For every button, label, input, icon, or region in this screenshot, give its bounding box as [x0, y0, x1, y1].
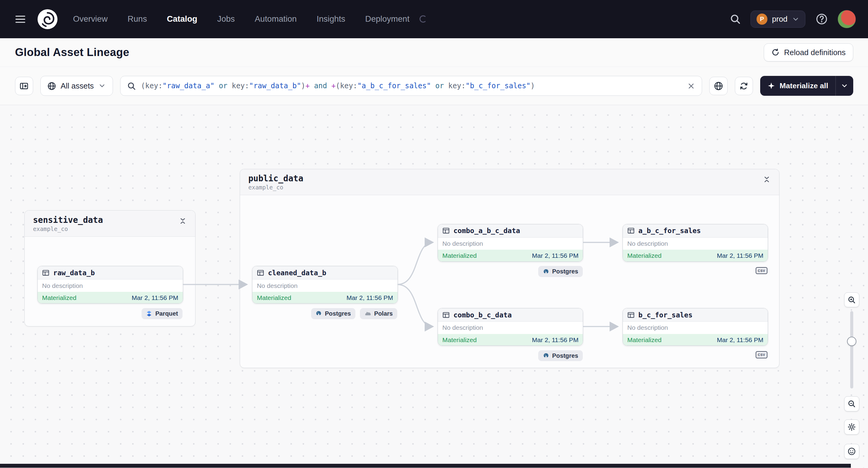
asset-name: cleaned_data_b — [268, 269, 327, 277]
materialize-options-button[interactable] — [835, 76, 853, 96]
asset-status-bar: Materialized Mar 2, 11:56 PM — [438, 334, 583, 346]
materialized-timestamp[interactable]: Mar 2, 11:56 PM — [532, 336, 579, 344]
asset-node-header: raw_data_b — [38, 266, 183, 279]
asset-name: combo_b_c_data — [454, 311, 512, 319]
user-avatar[interactable] — [838, 10, 856, 28]
asset-status-bar: Materialized Mar 2, 11:56 PM — [252, 292, 397, 304]
asset-name: raw_data_b — [53, 269, 95, 277]
panel-toggle-icon — [20, 82, 28, 90]
asset-node-b-c-for-sales[interactable]: b_c_for_sales No description Materialize… — [623, 308, 768, 346]
group-title: public_data — [248, 174, 303, 183]
asset-description: No description — [38, 279, 183, 291]
asset-group-sensitive-data[interactable]: sensitive_data example_co raw_data_b No … — [24, 210, 195, 326]
asset-name: combo_a_b_c_data — [454, 227, 520, 235]
nav-item-deployment[interactable]: Deployment — [365, 14, 409, 24]
asset-name: a_b_c_for_sales — [638, 227, 701, 235]
nav-item-catalog[interactable]: Catalog — [167, 14, 197, 24]
csv-icon[interactable]: CSV — [756, 351, 768, 358]
asset-node-cleaned-data-b[interactable]: cleaned_data_b No description Materializ… — [252, 266, 398, 304]
tag-postgres[interactable]: Postgres — [538, 350, 583, 362]
asset-node-combo-a-b-c-data[interactable]: combo_a_b_c_data No description Material… — [438, 224, 583, 262]
asset-node-header: a_b_c_for_sales — [623, 224, 768, 238]
lineage-toolbar: All assets (key:"raw_data_a" or key:"raw… — [0, 67, 868, 105]
dagster-logo[interactable] — [36, 8, 59, 30]
help-button[interactable] — [815, 13, 828, 25]
materialize-all-button[interactable]: Materialize all — [760, 76, 835, 96]
materialized-label: Materialized — [627, 336, 662, 344]
postgres-icon — [315, 310, 322, 317]
chevron-down-icon — [98, 82, 106, 90]
search-button[interactable] — [730, 13, 741, 25]
materialized-timestamp[interactable]: Mar 2, 11:56 PM — [532, 252, 579, 259]
refresh-button[interactable] — [735, 77, 753, 95]
asset-selection-query[interactable]: (key:"raw_data_a" or key:"raw_data_b")+ … — [141, 82, 682, 90]
asset-node-header: b_c_for_sales — [623, 308, 768, 322]
zoom-slider[interactable] — [844, 311, 859, 390]
clear-query-button[interactable] — [687, 82, 695, 90]
refresh-icon — [739, 82, 748, 90]
zoom-slider-knob[interactable] — [847, 337, 856, 346]
table-icon — [257, 269, 264, 277]
feedback-button[interactable] — [844, 444, 859, 459]
tag-postgres[interactable]: Postgres — [311, 308, 355, 319]
materialize-split-button: Materialize all — [760, 76, 853, 96]
tag-label: Postgres — [552, 268, 578, 275]
asset-node-header: cleaned_data_b — [252, 266, 397, 279]
postgres-icon — [543, 352, 549, 359]
nav-item-runs[interactable]: Runs — [128, 14, 147, 24]
close-icon — [687, 82, 695, 90]
graph-settings-button[interactable] — [844, 419, 859, 435]
collapse-group-button[interactable] — [761, 174, 773, 185]
page-header: Global Asset Lineage Reload definitions — [0, 38, 868, 67]
reload-icon — [771, 48, 780, 57]
asset-group-public-data[interactable]: public_data example_co cleaned_data_b No… — [240, 169, 779, 368]
nav-item-insights[interactable]: Insights — [316, 14, 345, 24]
materialized-label: Materialized — [442, 252, 477, 259]
group-title: sensitive_data — [33, 215, 103, 225]
globe-icon — [47, 82, 56, 90]
hamburger-menu-button[interactable] — [12, 12, 29, 27]
deployment-badge: P — [756, 13, 768, 25]
reload-definitions-button[interactable]: Reload definitions — [764, 43, 853, 62]
tag-polars[interactable]: Polars — [360, 308, 397, 319]
asset-scope-label: All assets — [61, 82, 94, 90]
asset-scope-dropdown[interactable]: All assets — [40, 76, 113, 96]
materialized-timestamp[interactable]: Mar 2, 11:56 PM — [132, 294, 178, 302]
materialized-label: Materialized — [257, 294, 291, 302]
tag-label: Polars — [374, 310, 393, 317]
nav-item-jobs[interactable]: Jobs — [217, 14, 235, 24]
smiley-icon — [847, 447, 856, 456]
nav-items: Overview Runs Catalog Jobs Automation In… — [73, 14, 427, 24]
asset-node-raw-data-b[interactable]: raw_data_b No description Materialized M… — [37, 266, 183, 304]
asset-description: No description — [438, 238, 583, 250]
asset-node-combo-b-c-data[interactable]: combo_b_c_data No description Materializ… — [438, 308, 583, 346]
deployment-switcher[interactable]: P prod — [750, 10, 805, 28]
page-title: Global Asset Lineage — [15, 46, 129, 59]
asset-node-a-b-c-for-sales[interactable]: a_b_c_for_sales No description Materiali… — [623, 224, 768, 262]
materialized-timestamp[interactable]: Mar 2, 11:56 PM — [717, 336, 764, 344]
nav-item-automation[interactable]: Automation — [255, 14, 297, 24]
zoom-in-button[interactable] — [844, 292, 859, 308]
zoom-slider-track[interactable] — [850, 311, 853, 388]
polars-icon — [364, 310, 371, 317]
csv-icon[interactable]: CSV — [756, 267, 768, 274]
tag-postgres[interactable]: Postgres — [538, 266, 583, 277]
asset-tags: Postgres — [538, 266, 583, 277]
hamburger-icon — [16, 15, 25, 23]
materialized-label: Materialized — [627, 252, 662, 259]
nav-item-overview[interactable]: Overview — [73, 14, 108, 24]
materialized-timestamp[interactable]: Mar 2, 11:56 PM — [717, 252, 764, 259]
zoom-out-button[interactable] — [844, 396, 859, 411]
materialize-all-label: Materialize all — [780, 82, 828, 90]
toggle-sidebar-button[interactable] — [15, 77, 33, 95]
collapse-group-button[interactable] — [177, 215, 189, 227]
group-header-text: sensitive_data example_co — [33, 215, 103, 232]
asset-selection-input[interactable]: (key:"raw_data_a" or key:"raw_data_b")+ … — [120, 76, 702, 96]
tag-parquet[interactable]: Parquet — [142, 308, 183, 319]
materialized-timestamp[interactable]: Mar 2, 11:56 PM — [346, 294, 393, 302]
chevron-down-icon — [841, 82, 848, 90]
graph-view-button[interactable] — [709, 77, 727, 95]
zoom-in-icon — [847, 296, 856, 304]
lineage-canvas[interactable]: sensitive_data example_co raw_data_b No … — [0, 105, 868, 468]
app-root: Overview Runs Catalog Jobs Automation In… — [0, 0, 868, 468]
